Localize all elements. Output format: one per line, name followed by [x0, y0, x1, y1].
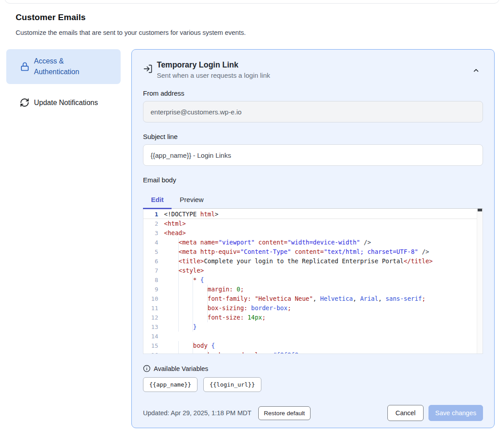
code-line[interactable]: 6 <title>Complete your login to the Repl…	[143, 257, 483, 266]
code-content: <meta http-equiv="Content-Type" content=…	[164, 247, 483, 257]
lock-icon	[20, 62, 30, 72]
collapse-button[interactable]	[472, 65, 483, 76]
updated-timestamp: Updated: Apr 29, 2025, 1:18 PM MDT	[143, 409, 252, 417]
from-address-label: From address	[143, 89, 483, 97]
code-content: margin: 0;	[164, 285, 483, 294]
line-number: 16	[143, 350, 164, 354]
info-icon	[143, 365, 151, 372]
variable-chip[interactable]: {{login_url}}	[203, 377, 261, 392]
code-line[interactable]: 13 }	[143, 322, 483, 332]
variable-chips: {{app_name}}{{login_url}}	[143, 377, 483, 392]
editor-scrollbar[interactable]	[477, 209, 483, 354]
editor-scrollbar-thumb[interactable]	[478, 209, 482, 211]
previous-card-bottom-edge	[4, 0, 500, 4]
sidebar: Access & AuthenticationUpdate Notificati…	[6, 49, 121, 114]
panel-subtitle: Sent when a user requests a login link	[157, 72, 472, 79]
panel-header-text: Temporary Login Link Sent when a user re…	[157, 60, 472, 79]
refresh-icon	[20, 98, 30, 108]
line-number: 4	[143, 238, 164, 247]
tab-preview[interactable]: Preview	[172, 190, 211, 208]
save-changes-button[interactable]: Save changes	[428, 405, 483, 421]
code-line[interactable]: 14	[143, 332, 483, 341]
email-settings-panel: Temporary Login Link Sent when a user re…	[131, 49, 495, 428]
code-line[interactable]: 12 font-size: 14px;	[143, 313, 483, 322]
sidebar-item-update-notifications[interactable]: Update Notifications	[6, 92, 121, 114]
line-number: 9	[143, 285, 164, 294]
code-line[interactable]: 2<html>	[143, 219, 483, 228]
code-line[interactable]: 16 background-color: #f8f8f8;	[143, 350, 483, 354]
sidebar-item-label: Access & Authentication	[34, 56, 101, 77]
variable-chip[interactable]: {{app_name}}	[143, 377, 197, 392]
code-content: <head>	[164, 228, 483, 238]
panel-footer: Updated: Apr 29, 2025, 1:18 PM MDT Resto…	[143, 405, 483, 421]
code-line[interactable]: 7 <style>	[143, 266, 483, 275]
subject-line-input[interactable]	[143, 144, 483, 166]
tab-edit[interactable]: Edit	[143, 190, 172, 208]
subject-line-label: Subject line	[143, 133, 483, 140]
from-address-input[interactable]	[143, 101, 483, 122]
cancel-button[interactable]: Cancel	[387, 405, 424, 421]
code-line[interactable]: 4 <meta name="viewport" content="width=d…	[143, 238, 483, 247]
code-content: <meta name="viewport" content="width=dev…	[164, 238, 483, 247]
line-number: 12	[143, 313, 164, 322]
code-content: background-color: #f8f8f8;	[164, 350, 483, 354]
sidebar-item-access-authentication[interactable]: Access & Authentication	[6, 49, 121, 84]
code-line[interactable]: 11 box-sizing: border-box;	[143, 303, 483, 313]
code-line[interactable]: 15 body {	[143, 341, 483, 350]
code-line[interactable]: 5 <meta http-equiv="Content-Type" conten…	[143, 247, 483, 257]
line-number: 1	[143, 210, 164, 219]
line-number: 8	[143, 275, 164, 285]
code-content: <style>	[164, 266, 483, 275]
email-body-label: Email body	[143, 176, 483, 184]
editor-tabs: EditPreview	[143, 190, 483, 208]
code-editor[interactable]: 1<!DOCTYPE html>2<html>3<head>4 <meta na…	[143, 208, 483, 354]
code-line[interactable]: 8 * {	[143, 275, 483, 285]
restore-default-button[interactable]: Restore default	[258, 406, 311, 420]
line-number: 5	[143, 247, 164, 257]
page-subtitle: Customize the emails that are sent to yo…	[16, 29, 246, 36]
code-content: font-size: 14px;	[164, 313, 483, 322]
code-content	[164, 332, 483, 341]
code-content: body {	[164, 341, 483, 350]
available-variables-row: Available Variables	[143, 365, 483, 372]
line-number: 10	[143, 294, 164, 303]
code-line[interactable]: 9 margin: 0;	[143, 285, 483, 294]
line-number: 2	[143, 219, 164, 228]
code-content: }	[164, 322, 483, 332]
code-line[interactable]: 10 font-family: "Helvetica Neue", Helvet…	[143, 294, 483, 303]
code-content: <title>Complete your login to the Replic…	[164, 257, 483, 266]
line-number: 14	[143, 332, 164, 341]
code-content: <!DOCTYPE html>	[164, 210, 483, 219]
line-number: 11	[143, 303, 164, 313]
chevron-up-icon	[472, 67, 483, 74]
code-content: box-sizing: border-box;	[164, 303, 483, 313]
code-line[interactable]: 3<head>	[143, 228, 483, 238]
page-title: Customer Emails	[16, 13, 86, 22]
sidebar-item-label: Update Notifications	[34, 99, 98, 107]
panel-header: Temporary Login Link Sent when a user re…	[143, 60, 483, 79]
line-number: 15	[143, 341, 164, 350]
line-number: 6	[143, 257, 164, 266]
line-number: 3	[143, 228, 164, 238]
code-content: font-family: "Helvetica Neue", Helvetica…	[164, 294, 483, 303]
code-content: <html>	[164, 219, 483, 228]
line-number: 7	[143, 266, 164, 275]
panel-title: Temporary Login Link	[157, 60, 472, 70]
line-number: 13	[143, 322, 164, 332]
code-line[interactable]: 1<!DOCTYPE html>	[143, 210, 483, 219]
code-content: * {	[164, 275, 483, 285]
log-in-icon	[143, 64, 153, 74]
available-variables-label: Available Variables	[154, 365, 208, 372]
